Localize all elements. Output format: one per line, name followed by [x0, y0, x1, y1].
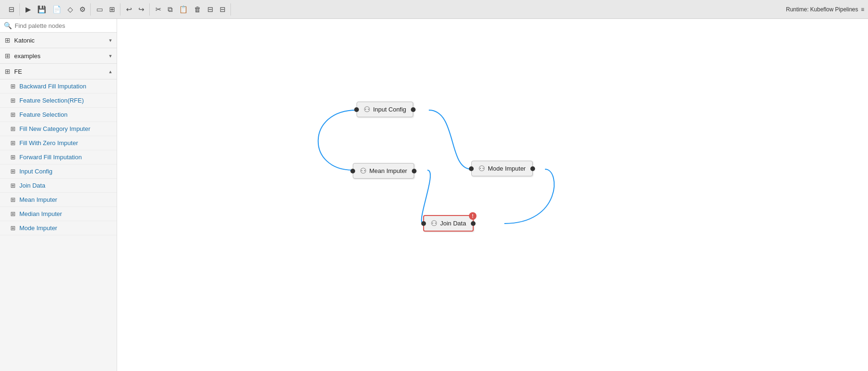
search-icon: 🔍	[4, 22, 12, 29]
node-icon: ⊞	[10, 111, 16, 118]
run-button[interactable]: ▶	[23, 3, 34, 16]
node-settings-button[interactable]: ⚙	[77, 3, 88, 16]
sidebar-item-forward-fill[interactable]: ⊞ Forward Fill Imputation	[0, 150, 117, 164]
katonic-section-label: Katonic	[14, 37, 34, 44]
mode-imputer-node-icon: ⚇	[478, 164, 485, 173]
node-icon: ⊞	[10, 154, 16, 161]
palette-button[interactable]: ⊞	[106, 3, 118, 16]
node-icon: ⊞	[10, 83, 16, 90]
sidebar-item-join-data[interactable]: ⊞ Join Data	[0, 179, 117, 193]
redo-button[interactable]: ↪	[136, 3, 147, 16]
mean-imputer-right-port[interactable]	[412, 169, 417, 173]
paste-button[interactable]: 📋	[176, 3, 191, 16]
node-icon: ⊞	[10, 168, 16, 175]
toolbar-run-group: ▶ 💾 📄 ◇ ⚙	[21, 3, 91, 16]
examples-section-icon: ⊞	[5, 52, 10, 60]
input-config-node-label: Input Config	[373, 106, 406, 113]
mean-imputer-label: Mean Imputer	[19, 196, 57, 203]
export-button[interactable]: 📄	[50, 3, 64, 16]
katonic-section-icon: ⊞	[5, 36, 10, 44]
join-data-right-port[interactable]	[471, 221, 476, 226]
backward-fill-label: Backward Fill Imputation	[19, 83, 86, 90]
node-icon: ⊞	[10, 210, 16, 217]
toolbar-layout-group: ▭ ⊞	[92, 3, 120, 16]
node-mean-imputer[interactable]: ⚇ Mean Imputer	[353, 163, 414, 179]
sidebar-section-examples[interactable]: ⊞ examples ▾	[0, 48, 117, 64]
node-mode-imputer[interactable]: ⚇ Mode Imputer	[471, 161, 533, 176]
toolbar-history-group: ↩ ↪	[121, 3, 150, 16]
sidebar-item-fill-new-category[interactable]: ⊞ Fill New Category Imputer	[0, 122, 117, 136]
sidebar-item-fill-with-zero[interactable]: ⊞ Fill With Zero Imputer	[0, 136, 117, 150]
join-data-error-badge: !	[469, 212, 477, 220]
mean-imputer-node-label: Mean Imputer	[369, 167, 407, 174]
toolbar: ⊟ ▶ 💾 📄 ◇ ⚙ ▭ ⊞ ↩ ↪ ✂ ⧉ 📋 🗑 ⊟ ⊟ Runtime:…	[0, 0, 868, 19]
node-icon: ⊞	[10, 182, 16, 189]
sidebar-section-katonic[interactable]: ⊞ Katonic ▾	[0, 33, 117, 48]
sidebar-item-feature-selection-rfe[interactable]: ⊞ Feature Selection(RFE)	[0, 94, 117, 108]
join-data-left-port[interactable]	[421, 221, 426, 226]
fill-new-category-label: Fill New Category Imputer	[19, 125, 90, 132]
search-bar: 🔍	[0, 19, 117, 33]
runtime-label: Runtime: Kubeflow Pipelines	[786, 6, 858, 13]
mode-imputer-left-port[interactable]	[469, 166, 474, 171]
node-icon: ⊞	[10, 139, 16, 147]
copy-button[interactable]: ⧉	[165, 3, 176, 16]
forward-fill-label: Forward Fill Imputation	[19, 154, 82, 161]
toolbar-panel-group: ⊟	[4, 3, 20, 16]
node-icon: ⊞	[10, 97, 16, 104]
feature-selection-rfe-label: Feature Selection(RFE)	[19, 97, 84, 104]
pipeline-canvas[interactable]: ⚇ Input Config ⚇ Mean Imputer ⚇ Mode Imp…	[117, 19, 868, 371]
sidebar-item-mean-imputer[interactable]: ⊞ Mean Imputer	[0, 193, 117, 207]
node-join-data[interactable]: ⚇ Join Data !	[423, 215, 474, 232]
cut-button[interactable]: ✂	[153, 3, 164, 16]
sidebar-item-median-imputer[interactable]: ⊞ Median Imputer	[0, 207, 117, 221]
fe-section-label: FE	[14, 68, 22, 75]
sidebar-item-input-config[interactable]: ⊞ Input Config	[0, 164, 117, 179]
mode-imputer-right-port[interactable]	[530, 166, 535, 171]
main-area: 🔍 ⊞ Katonic ▾ ⊞ examples ▾ ⊞ FE ▴	[0, 19, 868, 371]
sidebar-item-backward-fill[interactable]: ⊞ Backward Fill Imputation	[0, 79, 117, 94]
input-config-left-port[interactable]	[354, 107, 359, 112]
mode-imputer-node-label: Mode Imputer	[488, 165, 526, 172]
join-data-label: Join Data	[19, 182, 45, 189]
connections-svg	[117, 19, 868, 371]
node-icon: ⊞	[10, 224, 16, 232]
mode-imputer-label: Mode Imputer	[19, 224, 57, 232]
sidebar-content: ⊞ Katonic ▾ ⊞ examples ▾ ⊞ FE ▴ ⊞ Backwa…	[0, 33, 117, 371]
input-config-label: Input Config	[19, 168, 52, 175]
sidebar-item-feature-selection[interactable]: ⊞ Feature Selection	[0, 108, 117, 122]
toolbar-edit-group: ✂ ⧉ 📋 🗑 ⊟ ⊟	[151, 3, 231, 16]
feature-selection-label: Feature Selection	[19, 111, 68, 118]
join-data-node-label: Join Data	[440, 220, 466, 227]
fe-chevron-icon: ▴	[109, 69, 112, 75]
fe-section-icon: ⊞	[5, 68, 10, 75]
examples-chevron-icon: ▾	[109, 53, 112, 59]
runtime-info: Runtime: Kubeflow Pipelines ≡	[786, 6, 864, 13]
input-config-right-port[interactable]	[411, 107, 416, 112]
katonic-chevron-icon: ▾	[109, 37, 112, 43]
fill-with-zero-label: Fill With Zero Imputer	[19, 139, 78, 147]
arrange-button[interactable]: ⊟	[204, 3, 216, 16]
examples-section-label: examples	[14, 52, 41, 60]
delete-button[interactable]: 🗑	[191, 3, 204, 15]
undo-button[interactable]: ↩	[123, 3, 135, 16]
sidebar: 🔍 ⊞ Katonic ▾ ⊞ examples ▾ ⊞ FE ▴	[0, 19, 117, 371]
mean-imputer-node-icon: ⚇	[360, 166, 366, 175]
join-data-node-icon: ⚇	[431, 219, 437, 228]
runtime-icon: ≡	[861, 6, 864, 13]
comment-button[interactable]: ▭	[94, 3, 106, 16]
node-icon: ⊞	[10, 125, 16, 132]
sidebar-section-fe[interactable]: ⊞ FE ▴	[0, 64, 117, 79]
search-input[interactable]	[15, 22, 113, 29]
clear-button[interactable]: ◇	[65, 3, 76, 16]
node-input-config[interactable]: ⚇ Input Config	[357, 102, 413, 117]
node-icon: ⊞	[10, 196, 16, 203]
sidebar-item-mode-imputer[interactable]: ⊞ Mode Imputer	[0, 221, 117, 235]
expand-button[interactable]: ⊟	[217, 3, 229, 16]
input-config-node-icon: ⚇	[364, 105, 370, 114]
median-imputer-label: Median Imputer	[19, 210, 62, 217]
mean-imputer-left-port[interactable]	[350, 169, 355, 173]
save-button[interactable]: 💾	[34, 3, 49, 16]
toggle-panel-button[interactable]: ⊟	[6, 3, 17, 16]
